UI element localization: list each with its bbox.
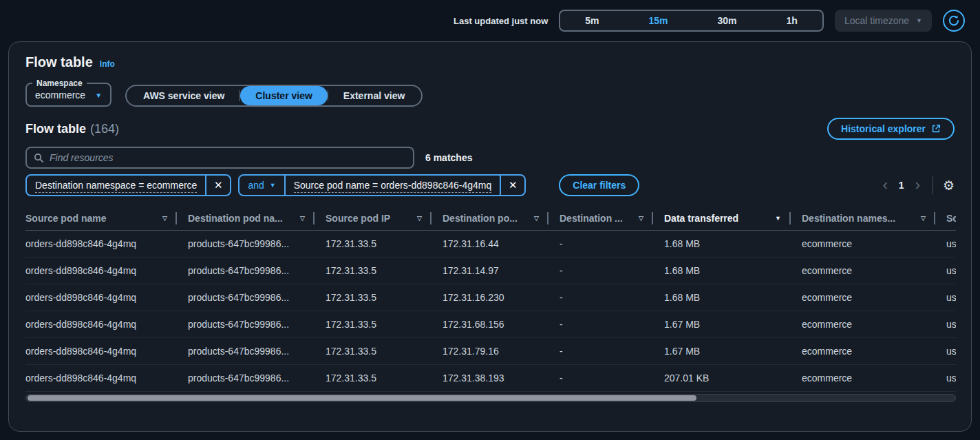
- sort-caret-icon: ▽: [921, 215, 926, 222]
- refresh-button[interactable]: [943, 10, 965, 32]
- filter-operator-dropdown[interactable]: and ▼: [239, 180, 284, 191]
- cell-source-pod-name: orders-dd898c846-4g4mq: [25, 238, 177, 249]
- column-header-destination-pod-ip[interactable]: Destination po...▽: [432, 206, 548, 230]
- last-updated-text: Last updated just now: [454, 16, 548, 26]
- cell-source: use1-: [935, 265, 956, 276]
- cell-data-transferred: 1.68 MB: [653, 292, 791, 303]
- cell-data-transferred: 1.68 MB: [653, 265, 791, 276]
- close-icon[interactable]: ✕: [206, 176, 230, 195]
- table-row[interactable]: orders-dd898c846-4g4mq products-647bc999…: [25, 284, 956, 311]
- page-number[interactable]: 1: [899, 180, 904, 191]
- cell-source: use1-: [935, 373, 956, 384]
- matches-count: 6 matches: [425, 152, 472, 163]
- view-segmented-control: AWS service view Cluster view External v…: [125, 85, 423, 107]
- view-controls: Namespace ecommerce ▼ AWS service view C…: [25, 78, 955, 107]
- time-range-15m[interactable]: 15m: [624, 11, 693, 30]
- column-header-destination-pod-name[interactable]: Destination pod na...▽: [177, 206, 315, 230]
- time-range-30m[interactable]: 30m: [693, 11, 762, 30]
- time-range-5m[interactable]: 5m: [560, 11, 624, 30]
- gear-icon[interactable]: ⚙: [943, 178, 955, 193]
- cell-data-transferred: 1.67 MB: [653, 319, 791, 330]
- cell-destination: -: [548, 292, 653, 303]
- table-row[interactable]: orders-dd898c846-4g4mq products-647bc999…: [25, 258, 956, 284]
- tab-cluster-view[interactable]: Cluster view: [240, 86, 327, 105]
- cell-destination-pod-ip: 172.31.79.16: [432, 346, 548, 357]
- cell-data-transferred: 1.67 MB: [653, 346, 791, 357]
- horizontal-scrollbar[interactable]: [25, 394, 956, 402]
- filter-token-text[interactable]: Destination namespace = ecommerce: [27, 180, 205, 191]
- sort-caret-icon: ▽: [300, 215, 305, 222]
- table-row[interactable]: orders-dd898c846-4g4mq products-647bc999…: [25, 338, 956, 365]
- cell-source-pod-ip: 172.31.33.5: [315, 346, 432, 357]
- chevron-right-icon[interactable]: ›: [913, 178, 923, 193]
- cell-destination-pod-name: products-647bc99986...: [177, 265, 315, 276]
- cell-destination: -: [548, 265, 653, 276]
- table-row[interactable]: orders-dd898c846-4g4mq products-647bc999…: [25, 231, 956, 258]
- filter-token-destination-namespace: Destination namespace = ecommerce ✕: [25, 174, 231, 196]
- chevron-down-icon: ▼: [916, 17, 922, 24]
- chevron-down-icon: ▼: [270, 182, 276, 189]
- top-toolbar: Last updated just now 5m 15m 30m 1h Loca…: [0, 0, 980, 41]
- cell-source-pod-name: orders-dd898c846-4g4mq: [25, 292, 177, 303]
- flow-table: Source pod name▽ Destination pod na...▽ …: [25, 206, 956, 392]
- cell-destination-pod-name: products-647bc99986...: [177, 292, 315, 303]
- cell-destination-namespace: ecommerce: [791, 373, 935, 384]
- search-field[interactable]: [25, 147, 414, 169]
- table-row[interactable]: orders-dd898c846-4g4mq products-647bc999…: [25, 365, 956, 392]
- clear-filters-button[interactable]: Clear filters: [559, 174, 639, 196]
- cell-destination-namespace: ecommerce: [791, 265, 935, 276]
- time-range-1h[interactable]: 1h: [762, 11, 822, 30]
- cell-source: use1-: [935, 238, 956, 249]
- cell-source-pod-name: orders-dd898c846-4g4mq: [25, 265, 177, 276]
- sort-caret-icon: ▽: [639, 215, 643, 222]
- table-count: (164): [90, 122, 119, 136]
- page-title: Flow table: [25, 54, 93, 70]
- cell-data-transferred: 1.68 MB: [653, 238, 791, 249]
- flow-table-panel: Flow table Info Namespace ecommerce ▼ AW…: [8, 41, 972, 432]
- namespace-select[interactable]: Namespace ecommerce ▼: [25, 78, 111, 107]
- column-header-source-pod-name[interactable]: Source pod name▽: [25, 206, 177, 230]
- clear-filters-label: Clear filters: [573, 180, 626, 191]
- scrollbar-thumb[interactable]: [28, 395, 696, 401]
- namespace-label: Namespace: [32, 78, 87, 88]
- historical-explorer-button[interactable]: Historical explorer: [827, 118, 955, 140]
- tab-external-view[interactable]: External view: [328, 86, 420, 105]
- cell-source-pod-name: orders-dd898c846-4g4mq: [25, 319, 177, 330]
- close-icon[interactable]: ✕: [501, 176, 524, 195]
- cell-source-pod-ip: 172.31.33.5: [315, 319, 432, 330]
- column-header-destination[interactable]: Destination ...▽: [548, 206, 653, 230]
- info-link[interactable]: Info: [100, 59, 115, 69]
- table-title: Flow table: [25, 122, 86, 136]
- search-input[interactable]: [50, 152, 406, 163]
- tab-aws-service-view[interactable]: AWS service view: [128, 86, 239, 105]
- cell-destination: -: [548, 346, 653, 357]
- cell-destination-pod-ip: 172.31.16.44: [432, 238, 548, 249]
- cell-source: use1-: [935, 346, 956, 357]
- cell-destination-pod-ip: 172.31.16.230: [432, 292, 548, 303]
- column-header-data-transferred[interactable]: Data transferred▼: [653, 206, 791, 230]
- filter-token-text[interactable]: Source pod name = orders-dd898c846-4g4mq: [286, 180, 500, 191]
- cell-destination-pod-ip: 172.31.68.156: [432, 319, 548, 330]
- timezone-select[interactable]: Local timezone ▼: [835, 10, 932, 32]
- table-row[interactable]: orders-dd898c846-4g4mq products-647bc999…: [25, 311, 956, 338]
- panel-header: Flow table Info: [25, 54, 955, 70]
- cell-destination-namespace: ecommerce: [791, 238, 935, 249]
- cell-destination-namespace: ecommerce: [791, 319, 935, 330]
- column-header-destination-namespace[interactable]: Destination names...▽: [791, 206, 935, 230]
- cell-destination-namespace: ecommerce: [791, 292, 935, 303]
- cell-source-pod-ip: 172.31.33.5: [315, 292, 432, 303]
- cell-destination: -: [548, 319, 653, 330]
- chevron-left-icon[interactable]: ‹: [880, 178, 891, 193]
- cell-destination: -: [548, 238, 653, 249]
- cell-source-pod-ip: 172.31.33.5: [315, 238, 432, 249]
- cell-source: use1-: [935, 319, 956, 330]
- timezone-label: Local timezone: [844, 15, 909, 26]
- column-header-source[interactable]: Sour: [935, 206, 956, 230]
- sort-caret-icon: ▽: [534, 215, 539, 222]
- cell-destination-pod-ip: 172.31.38.193: [432, 373, 548, 384]
- filter-token-row: Destination namespace = ecommerce ✕ and …: [25, 174, 955, 196]
- cell-source-pod-name: orders-dd898c846-4g4mq: [25, 346, 177, 357]
- cell-source-pod-name: orders-dd898c846-4g4mq: [25, 373, 177, 384]
- column-header-source-pod-ip[interactable]: Source pod IP▽: [315, 206, 432, 230]
- sort-caret-icon: ▽: [162, 215, 167, 222]
